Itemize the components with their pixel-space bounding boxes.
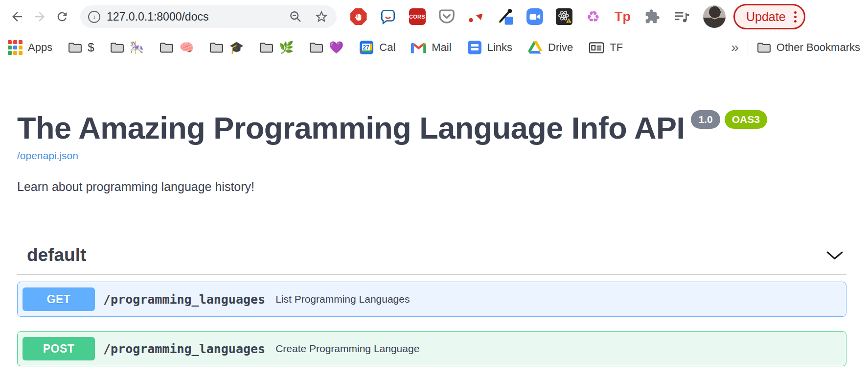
other-bookmarks[interactable]: Other Bookmarks <box>757 41 860 54</box>
colorzilla-eyedropper-extension-icon[interactable] <box>496 8 514 26</box>
apps-grid-icon <box>8 40 23 55</box>
google-drive-icon <box>528 41 543 54</box>
extensions-puzzle-icon[interactable] <box>643 8 661 26</box>
folder-icon <box>160 42 174 53</box>
pocket-extension-icon[interactable] <box>437 8 456 26</box>
section-collapse-chevron-icon[interactable] <box>824 248 845 263</box>
profile-avatar[interactable] <box>703 5 726 28</box>
recycle-extension-icon[interactable]: ♻ <box>584 8 602 26</box>
bookmarks-divider <box>748 40 748 55</box>
bookmark-calendar[interactable]: 27 Cal <box>359 40 395 55</box>
api-description: Learn about programming language history… <box>17 180 846 194</box>
bookmarks-bar: Apps $ 🎠 🧠 🎓 🌿 💜 27 Cal <box>0 33 868 62</box>
swagger-docs-page: The Amazing Programming Language Info AP… <box>0 62 868 366</box>
folder-icon <box>110 42 124 53</box>
section-header-default[interactable]: default <box>17 245 846 275</box>
redirect-arrow-extension-icon[interactable] <box>467 8 485 26</box>
bookmark-folder-dollar[interactable]: $ <box>68 42 94 53</box>
operation-path: /programming_languages <box>103 342 265 356</box>
bookmark-tf[interactable]: TF <box>589 41 623 54</box>
forward-icon[interactable] <box>28 5 51 28</box>
section-title[interactable]: default <box>27 245 86 265</box>
folder-icon <box>68 42 82 53</box>
operation-post-programming-languages[interactable]: POST /programming_languages Create Progr… <box>17 331 846 366</box>
bookmark-star-icon[interactable] <box>314 9 329 24</box>
bookmark-drive[interactable]: Drive <box>528 41 573 54</box>
extensions-row: CORS <box>349 8 690 26</box>
bookmark-folder-herb[interactable]: 🌿 <box>259 42 294 53</box>
google-calendar-icon: 27 <box>359 40 374 55</box>
bookmark-folder-purple-heart[interactable]: 💜 <box>309 42 343 53</box>
operation-summary: Create Programming Language <box>275 343 419 355</box>
folder-icon <box>259 42 274 53</box>
reload-icon[interactable] <box>51 5 73 28</box>
bookmark-folder-graduation[interactable]: 🎓 <box>209 42 244 53</box>
update-button[interactable]: Update <box>733 4 805 29</box>
adblock-stop-hand-extension-icon[interactable] <box>349 8 367 26</box>
operation-path: /programming_languages <box>103 292 265 307</box>
bookmark-folder-brain[interactable]: 🧠 <box>160 42 194 53</box>
chat-bubble-extension-icon[interactable] <box>379 8 397 26</box>
oas3-badge: OAS3 <box>725 110 767 129</box>
post-method-badge[interactable]: POST <box>23 337 95 360</box>
folder-icon <box>757 42 771 53</box>
links-doc-icon <box>467 40 482 55</box>
page-info-icon[interactable]: i <box>88 11 100 23</box>
bookmarks-overflow-chevron[interactable]: » <box>731 40 739 55</box>
zoom-video-extension-icon[interactable] <box>525 8 544 26</box>
svg-text:27: 27 <box>363 44 370 51</box>
browser-toolbar: i 127.0.0.1:8000/docs <box>0 0 868 33</box>
api-title: The Amazing Programming Language Info AP… <box>17 110 685 145</box>
folder-icon <box>209 42 224 53</box>
gmail-icon <box>411 42 426 53</box>
bookmark-folder-carousel[interactable]: 🎠 <box>110 42 144 53</box>
chrome-menu-dots-icon[interactable] <box>794 11 797 23</box>
back-icon[interactable] <box>6 5 28 28</box>
tp-extension-icon[interactable]: Tp <box>614 8 632 26</box>
operation-get-programming-languages[interactable]: GET /programming_languages List Programm… <box>17 282 846 317</box>
url-text[interactable]: 127.0.0.1:8000/docs <box>107 10 208 24</box>
version-badge: 1.0 <box>691 110 720 129</box>
card-icon <box>589 41 604 54</box>
folder-icon <box>309 42 323 53</box>
openapi-json-link[interactable]: /openapi.json <box>17 150 78 162</box>
operation-summary: List Programming Languages <box>275 293 410 305</box>
bookmark-links[interactable]: Links <box>467 40 512 55</box>
cors-extension-icon[interactable]: CORS <box>408 8 426 26</box>
bookmark-apps[interactable]: Apps <box>8 40 52 55</box>
playlist-music-icon[interactable] <box>672 8 690 26</box>
get-method-badge[interactable]: GET <box>23 287 95 311</box>
bookmark-mail[interactable]: Mail <box>411 41 451 54</box>
update-label: Update <box>746 10 786 24</box>
address-bar[interactable]: i 127.0.0.1:8000/docs <box>80 5 337 28</box>
zoom-out-icon[interactable] <box>289 10 302 24</box>
react-devtools-extension-icon[interactable] <box>555 8 573 26</box>
